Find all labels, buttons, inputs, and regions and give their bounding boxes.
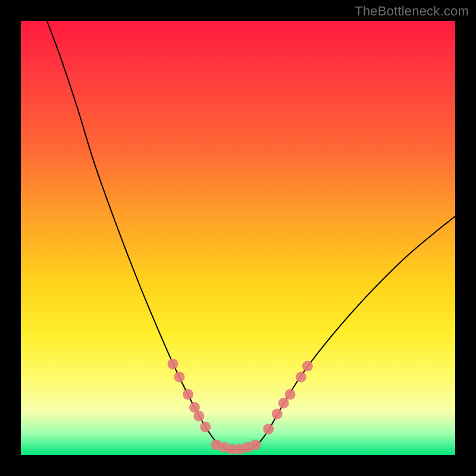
data-point <box>296 372 306 383</box>
marker-layer <box>168 359 313 455</box>
data-point <box>278 397 289 408</box>
curve-layer <box>47 21 455 450</box>
data-point <box>285 389 296 400</box>
plot-area <box>21 21 455 455</box>
data-point <box>250 439 261 450</box>
data-point <box>263 424 274 434</box>
data-point <box>183 389 193 400</box>
data-point <box>200 422 211 433</box>
data-point <box>302 361 313 371</box>
watermark-text: TheBottleneck.com <box>355 4 469 19</box>
data-point <box>272 409 283 419</box>
data-point <box>174 372 184 383</box>
bottleneck-curve <box>47 21 455 450</box>
data-point <box>193 411 204 421</box>
chart-svg <box>21 21 455 455</box>
chart-frame: TheBottleneck.com <box>0 0 476 476</box>
data-point <box>168 359 178 369</box>
